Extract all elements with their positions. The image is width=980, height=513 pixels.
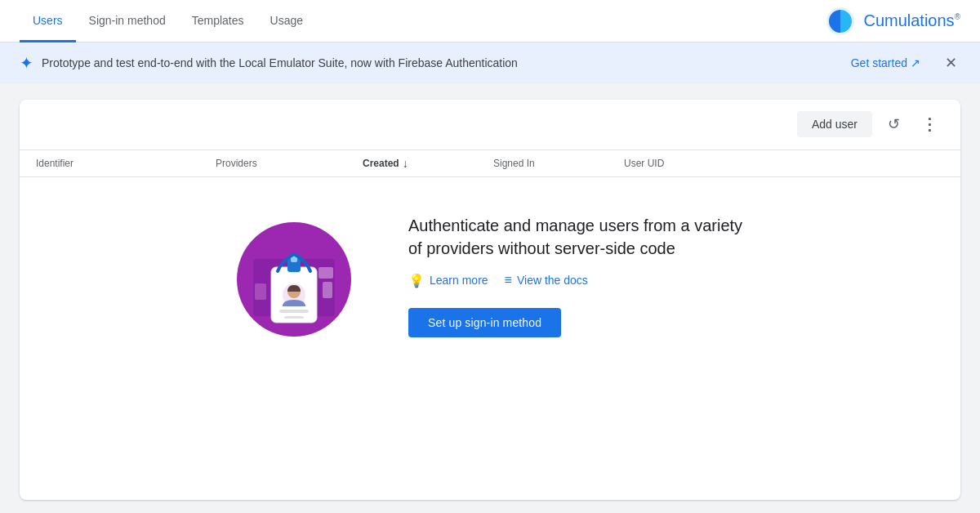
more-options-button[interactable]: ⋮ xyxy=(915,109,944,139)
svg-rect-11 xyxy=(255,283,266,300)
banner-text: Prototype and test end-to-end with the L… xyxy=(42,56,843,69)
col-user-uid: User UID xyxy=(624,157,944,170)
add-user-button[interactable]: Add user xyxy=(797,111,872,137)
bulb-icon: 💡 xyxy=(408,273,425,288)
logo-area: Cumulations® xyxy=(826,7,960,36)
col-signed-in: Signed In xyxy=(493,157,624,170)
svg-rect-9 xyxy=(284,316,304,319)
refresh-icon: ↺ xyxy=(888,115,900,133)
sparkle-icon: ✦ xyxy=(20,53,33,73)
nav-tabs: Users Sign-in method Templates Usage xyxy=(20,0,316,42)
card-toolbar: Add user ↺ ⋮ xyxy=(20,100,960,149)
docs-icon: ≡ xyxy=(505,273,512,288)
tab-usage[interactable]: Usage xyxy=(257,1,316,42)
top-nav: Users Sign-in method Templates Usage Cum… xyxy=(0,0,980,42)
announcement-banner: ✦ Prototype and test end-to-end with the… xyxy=(0,42,980,83)
get-started-link[interactable]: Get started ↗ xyxy=(851,56,920,69)
refresh-button[interactable]: ↺ xyxy=(879,109,908,139)
users-card: Add user ↺ ⋮ Identifier Providers Create… xyxy=(20,100,960,500)
logo-text: Cumulations® xyxy=(863,11,960,30)
logo-icon xyxy=(826,7,855,36)
more-icon: ⋮ xyxy=(921,114,938,134)
tab-users[interactable]: Users xyxy=(20,1,76,42)
setup-signin-button[interactable]: Set up sign-in method xyxy=(408,308,561,337)
learn-more-link[interactable]: 💡 Learn more xyxy=(408,273,488,288)
col-identifier: Identifier xyxy=(36,157,216,170)
empty-content: Authenticate and manage users from a var… xyxy=(408,214,751,337)
sort-arrow-icon: ↓ xyxy=(403,157,408,170)
svg-rect-8 xyxy=(279,310,309,313)
view-docs-link[interactable]: ≡ View the docs xyxy=(505,273,588,288)
tab-signin-method[interactable]: Sign-in method xyxy=(76,1,179,42)
empty-links: 💡 Learn more ≡ View the docs xyxy=(408,273,751,288)
empty-title: Authenticate and manage users from a var… xyxy=(408,214,751,260)
main-content: Add user ↺ ⋮ Identifier Providers Create… xyxy=(0,83,980,513)
svg-rect-10 xyxy=(318,267,333,279)
col-providers: Providers xyxy=(216,157,363,170)
empty-state: Authenticate and manage users from a var… xyxy=(20,177,960,373)
svg-rect-12 xyxy=(323,282,332,298)
auth-illustration xyxy=(229,210,359,341)
tab-templates[interactable]: Templates xyxy=(179,1,257,42)
banner-close-button[interactable]: ✕ xyxy=(942,52,960,74)
table-header: Identifier Providers Created ↓ Signed In… xyxy=(20,149,960,177)
external-link-icon: ↗ xyxy=(911,56,920,69)
col-created[interactable]: Created ↓ xyxy=(363,157,493,170)
